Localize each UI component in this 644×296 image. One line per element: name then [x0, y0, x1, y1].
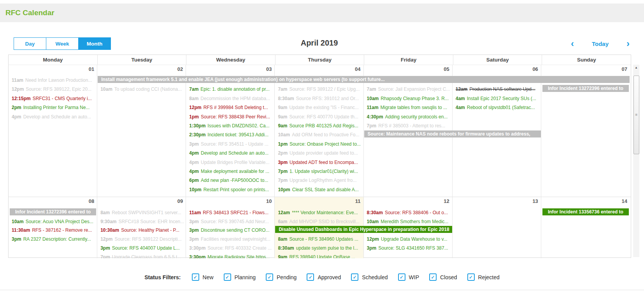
calendar-event[interactable]: 9amSource: RFS 400770 Update th...: [275, 114, 363, 120]
calendar-event[interactable]: 12pmUpgrade Data Warehouse to v...: [364, 236, 453, 243]
calendar-event[interactable]: 7pmUpgrade Clearpass from 6.5.5 t...: [97, 254, 186, 259]
calendar-event[interactable]: 10amTo upload coding CCI (Nationa...: [97, 86, 186, 93]
calendar-event[interactable]: 8amSource - RFS 384960 Updates ...: [275, 236, 363, 243]
checkbox-checked-icon[interactable]: ✓: [192, 273, 199, 281]
event-banner[interactable]: Infor Incident 13272396 entered to: [542, 85, 629, 92]
today-button[interactable]: Today: [592, 41, 609, 47]
event-banner[interactable]: Source: Maintenance NAS node reboots for…: [364, 130, 541, 137]
calendar-event[interactable]: 10amSource: Acuo VNA Project Des...: [9, 218, 97, 225]
event-banner[interactable]: Infor Incident 13272396 entered to: [10, 208, 96, 215]
calendar-event[interactable]: 3pmFacilities requested swpvinsight...: [186, 236, 275, 243]
day-cell[interactable]: 04: [275, 65, 363, 197]
calendar-event[interactable]: 4:30pmAdding security protocols en...: [364, 114, 453, 120]
calendar-event[interactable]: 4amReboot of slpvstdb01 (Safetrac...: [453, 104, 541, 111]
calendar-event[interactable]: 8:30amupdate system pulse to the l...: [275, 245, 363, 252]
filter-wip[interactable]: ✓WIP: [398, 273, 419, 281]
calendar-event[interactable]: 3pmDiscontinue sending CT CORO...: [186, 227, 275, 234]
checkbox-checked-icon[interactable]: ✓: [467, 273, 475, 281]
calendar-event[interactable]: 12:15pmSRFC31 - CMS Quarterly i...: [9, 95, 97, 102]
calendar-event[interactable]: 3pmUpdated ADT feed to Encompa...: [275, 159, 363, 166]
event-title: Rhapsody Cleanup Phase 3. R...: [381, 96, 449, 101]
filter-approved[interactable]: ✓Approved: [307, 273, 341, 281]
calendar-event[interactable]: 10amRhapsody Cleanup Phase 3. R...: [364, 95, 453, 102]
calendar-event[interactable]: 4pmDevelop and Schedule an auto...: [9, 114, 97, 120]
calendar-event[interactable]: 7amEpic: 1. disable annotation of pr...: [186, 86, 275, 93]
calendar-event[interactable]: 12pmRFS # 399984 Soft Deleting t...: [186, 104, 275, 111]
checkbox-checked-icon[interactable]: ✓: [398, 273, 405, 281]
calendar-event[interactable]: 10amAdd ORM feed to Proactive Fo...: [275, 132, 363, 138]
event-banner[interactable]: Install management framework 5.1 and ena…: [98, 76, 630, 83]
calendar-event[interactable]: 8amReboot SWPVINSIGHT1 server...: [97, 210, 186, 216]
checkbox-checked-icon[interactable]: ✓: [224, 273, 231, 281]
calendar-event[interactable]: 10pmClear SSL State and disable A...: [275, 187, 363, 193]
calendar-event[interactable]: 3pmSource: RFS 390745 Add Neur...: [186, 218, 275, 225]
filter-planning[interactable]: ✓Planning: [224, 273, 256, 281]
chevron-right-icon[interactable]: ›: [626, 38, 630, 49]
calendar-event[interactable]: 7pm1. Update slpvclar01(Clarity) wi...: [275, 168, 363, 175]
calendar-event[interactable]: 7pmUpgrade LogRhythm Agent fro...: [275, 177, 363, 184]
event-banner[interactable]: Infor Incident 13356736 entered to: [542, 208, 629, 215]
calendar-event[interactable]: 6pmAdd new plan -FAP500OOC to...: [186, 177, 275, 184]
calendar-event[interactable]: 3:30pmSource: RFS 403332 Create ...: [186, 245, 275, 252]
calendar-event[interactable]: 7pmRFS # 385003 - Attempt to res...: [364, 123, 453, 129]
calendar-event[interactable]: 3pmSource: SLG 4341650 RFS 387...: [364, 245, 453, 252]
calendar-event[interactable]: 9amRFS 398940 Update OnBase ...: [275, 254, 363, 259]
status-filters-bar: Status Filters: ✓New✓Planning✓Pending✓Ap…: [0, 273, 644, 281]
day-cell[interactable]: 01: [9, 65, 97, 197]
calendar-event[interactable]: 12pmSource: RFS 389122, Epic 20...: [9, 86, 97, 93]
calendar-event[interactable]: 9amUpdate the existing "IS - Financ...: [275, 104, 363, 111]
calendar-event[interactable]: 4amInstall Epic 2017 Security SUs (...: [453, 95, 541, 102]
calendar-event[interactable]: 3pmRA 2327 Description: Currently...: [9, 236, 97, 243]
checkbox-checked-icon[interactable]: ✓: [351, 273, 358, 281]
calendar-event[interactable]: 1:30pmIssues with DMZDNS02. Ca...: [186, 123, 275, 129]
checkbox-checked-icon[interactable]: ✓: [266, 273, 273, 281]
checkbox-checked-icon[interactable]: ✓: [307, 273, 314, 281]
calendar-event[interactable]: 12am**** Vendor Maintenance: Eve...: [275, 210, 363, 216]
event-banner[interactable]: Disable Unused Dashboards in Epic Hypers…: [275, 226, 452, 233]
calendar-event[interactable]: 4pmMake deployment available for ...: [186, 168, 275, 175]
calendar-event[interactable]: 1pmSource: Onbase Project Need to...: [275, 141, 363, 148]
calendar-event[interactable]: 10pmRestart Print spooler on prints...: [186, 187, 275, 193]
filter-scheduled[interactable]: ✓Scheduled: [351, 273, 388, 281]
calendar-event[interactable]: 12pmSource: RFS 389122 Descripti...: [97, 236, 186, 243]
filter-closed[interactable]: ✓Closed: [429, 273, 457, 281]
calendar-event[interactable]: 10:30amSource: Healthy Planet - P...: [97, 227, 186, 234]
calendar-event[interactable]: 2pmInstalling Printer for Parma Ne...: [9, 104, 97, 111]
calendar-event[interactable]: 8:30amSource RFS: 391012 and Or...: [275, 95, 363, 102]
calendar-event[interactable]: 11amMigrate tables from swsqlis to ...: [364, 104, 453, 111]
calendar-event[interactable]: 11amNeed Infor Lawson Production...: [9, 77, 97, 84]
calendar-event[interactable]: 8amDecommission the HPM databa...: [186, 95, 275, 102]
day-cell[interactable]: 13: [453, 197, 541, 258]
calendar-event[interactable]: 3:30pmMigrate Radiology Site https...: [186, 254, 275, 259]
calendar-event[interactable]: 9amSource PRB 401325 Add Regis...: [275, 123, 363, 129]
calendar-event[interactable]: 7amSource: Jail Expansion Project C...: [364, 86, 453, 93]
calendar-event[interactable]: 8:30amSource: RFS 388406 - Out o...: [364, 210, 453, 216]
calendar-event[interactable]: 10amMeredith Smothers from Medic...: [364, 218, 453, 225]
calendar-nav: ‹ Today ›: [571, 38, 630, 49]
calendar-event[interactable]: 1pmSource: RFS 388438 Peer Revi...: [186, 114, 275, 120]
calendar-event[interactable]: 4pmUpdate Bridges Profile Variable...: [186, 159, 275, 166]
chevron-left-icon[interactable]: ‹: [571, 38, 574, 49]
calendar-event[interactable]: 11:30amRFS - 387162 - Remove re...: [9, 227, 97, 234]
scrollbar-thumb[interactable]: ≡: [633, 76, 639, 154]
calendar-event[interactable]: 3pmSource: RFS 404007 Update L...: [97, 245, 186, 252]
calendar-event[interactable]: 2pmUpdate provider update feed to...: [275, 150, 363, 157]
calendar-event[interactable]: 9:30amSRFC#18 Source: EHR Incen...: [97, 218, 186, 225]
day-header-sunday: Sunday: [542, 55, 631, 65]
filter-pending[interactable]: ✓Pending: [266, 273, 297, 281]
calendar-event[interactable]: 12amProduction NAS software Upd...: [453, 86, 541, 93]
calendar-event[interactable]: 6amAdd MHVOIP SSID to Brecksvill...: [275, 218, 363, 225]
calendar-event[interactable]: 7amSource: RFS 389122 / Epic Upg...: [275, 86, 363, 93]
checkbox-checked-icon[interactable]: ✓: [429, 273, 437, 281]
scroll-up-icon[interactable]: ▲: [633, 65, 639, 71]
filter-rejected[interactable]: ✓Rejected: [467, 273, 500, 281]
calendar-event[interactable]: 3pmSource: RFS 354511 - Update ...: [186, 141, 275, 148]
calendar-event[interactable]: 2:30pmIncident ticket: 395413 Addi...: [186, 132, 275, 138]
day-cell[interactable]: 14: [541, 197, 630, 258]
day-cell[interactable]: 03: [186, 65, 275, 197]
calendar-event[interactable]: 11amRFS 348413 SRFC21 - Flows...: [186, 210, 275, 216]
vertical-scrollbar[interactable]: ▲ ≡: [633, 65, 639, 257]
day-cell[interactable]: 02: [97, 65, 186, 197]
filter-new[interactable]: ✓New: [192, 273, 214, 281]
calendar-event[interactable]: 4pmDevelop and Schedule an auto...: [186, 150, 275, 157]
